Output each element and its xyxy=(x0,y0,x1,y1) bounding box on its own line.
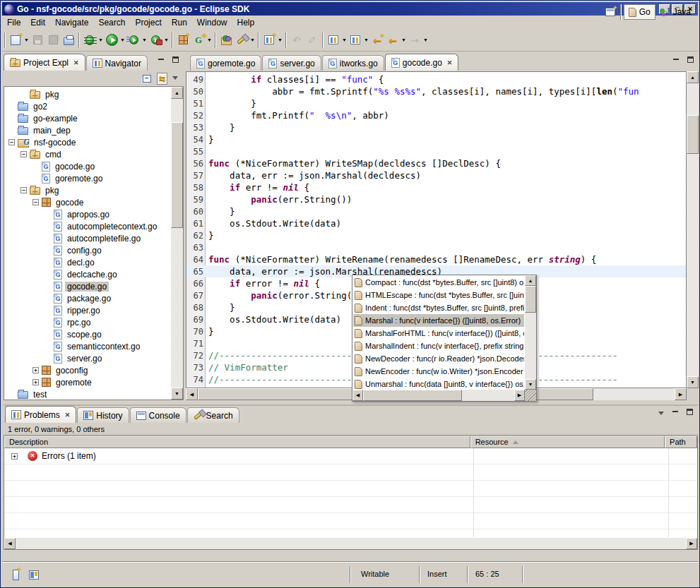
view-tab-project-expl[interactable]: Project Expl✕ xyxy=(4,54,85,71)
new-package-button[interactable] xyxy=(175,32,191,49)
tree-item-pkg[interactable]: pkg xyxy=(4,88,171,100)
run-history-button[interactable] xyxy=(126,32,141,49)
tree-item-nsf-gocode[interactable]: −nsf-gocode xyxy=(4,136,171,148)
external-tools-dropdown[interactable]: ▼ xyxy=(163,32,170,49)
scroll-thumb[interactable] xyxy=(363,390,462,401)
open-resource-button[interactable] xyxy=(218,32,234,49)
scroll-up-arrow[interactable]: ▲ xyxy=(525,275,536,286)
tree-item-gocode-go[interactable]: gocode.go xyxy=(4,280,171,292)
save-button[interactable] xyxy=(30,32,45,49)
view-tab-problems[interactable]: Problems✕ xyxy=(5,406,76,423)
code-line[interactable]: 58 if err != nil { xyxy=(186,181,686,193)
code-line[interactable]: 61 os.Stdout.Write(data) xyxy=(186,217,686,229)
code-line[interactable]: 54} xyxy=(186,133,686,145)
scroll-down-arrow[interactable]: ▼ xyxy=(687,376,699,388)
new-wizard-tray-button[interactable] xyxy=(8,566,23,583)
completion-item-newencoder[interactable]: NewEncoder : func(w io.Writer) *json.Enc… xyxy=(353,365,524,378)
tree-item-config-go[interactable]: config.go xyxy=(4,244,171,256)
completion-item-marshal[interactable]: Marshal : func(v interface{}) ([]uint8, … xyxy=(353,314,524,327)
scroll-right-arrow[interactable]: ▶ xyxy=(514,390,525,401)
code-line[interactable]: 60 } xyxy=(186,205,686,217)
scroll-left-arrow[interactable]: ◀ xyxy=(4,538,16,549)
tree-item-cmd[interactable]: −cmd xyxy=(4,148,171,160)
menu-search[interactable]: Search xyxy=(93,16,130,29)
collapse-toggle-icon[interactable]: − xyxy=(20,187,27,193)
completion-item-compact[interactable]: Compact : func(dst *bytes.Buffer, src []… xyxy=(353,276,524,289)
next-annotation-dropdown[interactable]: ▼ xyxy=(341,32,348,49)
editor-tab-goremote-go[interactable]: goremote.go xyxy=(190,55,261,71)
menu-file[interactable]: File xyxy=(2,16,25,29)
completion-item-marshalindent[interactable]: MarshalIndent : func(v interface{}, pref… xyxy=(353,340,524,352)
tree-item-autocompletecontext-go[interactable]: autocompletecontext.go xyxy=(4,220,171,232)
expand-toggle-icon[interactable]: + xyxy=(32,367,39,373)
code-line[interactable]: 49 if classes[i] == "func" { xyxy=(186,73,686,85)
tree-item-apropos-go[interactable]: apropos.go xyxy=(4,208,171,220)
tree-item-scope-go[interactable]: scope.go xyxy=(4,328,171,340)
popup-resize-grip[interactable] xyxy=(525,390,536,401)
tree-item-package-go[interactable]: package.go xyxy=(4,292,171,304)
completion-item-htmlescape[interactable]: HTMLEscape : func(dst *bytes.Buffer, src… xyxy=(353,289,524,301)
code-line[interactable]: 57 data, err := json.Marshal(decldescs) xyxy=(186,169,686,181)
tab-close-icon[interactable]: ✕ xyxy=(447,59,453,66)
run-dropdown[interactable]: ▼ xyxy=(119,32,126,49)
code-line[interactable]: 63 xyxy=(186,241,686,253)
new-go-element-button[interactable] xyxy=(191,32,206,49)
view-tab-history[interactable]: History xyxy=(77,407,129,423)
view-tab-console[interactable]: Console xyxy=(130,407,186,423)
new-wizard-dropdown[interactable]: ▼ xyxy=(23,32,30,49)
back-to-gocode-button[interactable]: ← xyxy=(369,32,385,49)
scroll-thumb[interactable] xyxy=(171,122,183,228)
collapse-toggle-icon[interactable]: − xyxy=(20,151,27,157)
menu-window[interactable]: Window xyxy=(192,16,232,29)
code-line[interactable]: 53 } xyxy=(186,121,686,133)
tree-item-declcache-go[interactable]: declcache.go xyxy=(4,268,171,280)
menu-run[interactable]: Run xyxy=(167,16,192,29)
tree-item-go-example[interactable]: go-example xyxy=(4,112,171,124)
open-perspective-button[interactable] xyxy=(603,4,618,20)
expand-toggle-icon[interactable]: + xyxy=(11,453,18,460)
menu-navigate[interactable]: Navigate xyxy=(50,16,93,29)
menu-project[interactable]: Project xyxy=(130,16,166,29)
tree-vertical-scrollbar[interactable]: ▲ ▼ xyxy=(171,87,183,400)
perspective-go-button[interactable]: Go xyxy=(624,4,655,20)
menu-edit[interactable]: Edit xyxy=(25,16,50,29)
save-all-button[interactable] xyxy=(45,32,61,49)
problems-minimize-button[interactable] xyxy=(670,409,681,419)
code-line[interactable]: 56func (*NiceFormatter) WriteSMap(declde… xyxy=(186,157,686,169)
editor-vertical-scrollbar[interactable]: ▲ ▼ xyxy=(687,71,699,388)
new-task-button[interactable] xyxy=(261,32,277,49)
tree-item-decl-go[interactable]: decl.go xyxy=(4,256,171,268)
scroll-left-arrow[interactable]: ◀ xyxy=(352,390,363,401)
run-button[interactable] xyxy=(104,32,119,49)
problems-row-errors[interactable]: +Errors (1 item) xyxy=(4,448,697,464)
column-header-resource[interactable]: Resource xyxy=(470,436,665,448)
editor-tab-gocode-go[interactable]: gocode.go✕ xyxy=(385,54,459,71)
tree-item-gocode-go[interactable]: gocode.go xyxy=(4,160,171,172)
completion-item-unmarshal[interactable]: Unmarshal : func(data []uint8, v interfa… xyxy=(353,378,524,390)
tree-item-pkg[interactable]: −pkg xyxy=(4,184,171,196)
scroll-left-arrow[interactable]: ◀ xyxy=(186,388,198,400)
new-task-dropdown[interactable]: ▼ xyxy=(277,32,283,49)
collapse-toggle-icon[interactable]: − xyxy=(8,139,15,145)
previous-annotation-dropdown[interactable]: ▼ xyxy=(363,32,369,49)
problems-view-menu-button[interactable] xyxy=(655,409,667,419)
expand-toggle-icon[interactable]: + xyxy=(32,379,39,385)
explorer-minimize-button[interactable] xyxy=(155,56,167,66)
last-edit-location-button[interactable]: ↶ xyxy=(289,32,304,49)
link-with-editor-button[interactable]: ⇆ xyxy=(157,73,167,85)
code-line[interactable]: 62} xyxy=(186,229,686,241)
title-bar[interactable]: Go - nsf-gocode/src/pkg/gocode/gocode.go… xyxy=(2,2,698,16)
scroll-right-arrow[interactable]: ▶ xyxy=(686,538,697,549)
editor-tab-itworks-go[interactable]: itworks.go xyxy=(322,55,384,71)
perspective-java-button[interactable]: Java xyxy=(655,5,695,19)
pin-editor-button[interactable]: ✐ xyxy=(304,32,320,49)
tree-item-goremote-go[interactable]: goremote.go xyxy=(4,172,171,184)
tree-item-gocode[interactable]: −gocode xyxy=(4,196,171,208)
scroll-up-arrow[interactable]: ▲ xyxy=(171,87,183,99)
tree-item-rpc-go[interactable]: rpc.go xyxy=(4,316,171,328)
problems-maximize-button[interactable] xyxy=(684,409,695,419)
collapse-toggle-icon[interactable]: − xyxy=(32,199,39,205)
forward-button[interactable]: → xyxy=(407,32,422,49)
column-header-description[interactable]: Description xyxy=(4,436,470,448)
debug-dropdown[interactable]: ▼ xyxy=(97,32,104,49)
